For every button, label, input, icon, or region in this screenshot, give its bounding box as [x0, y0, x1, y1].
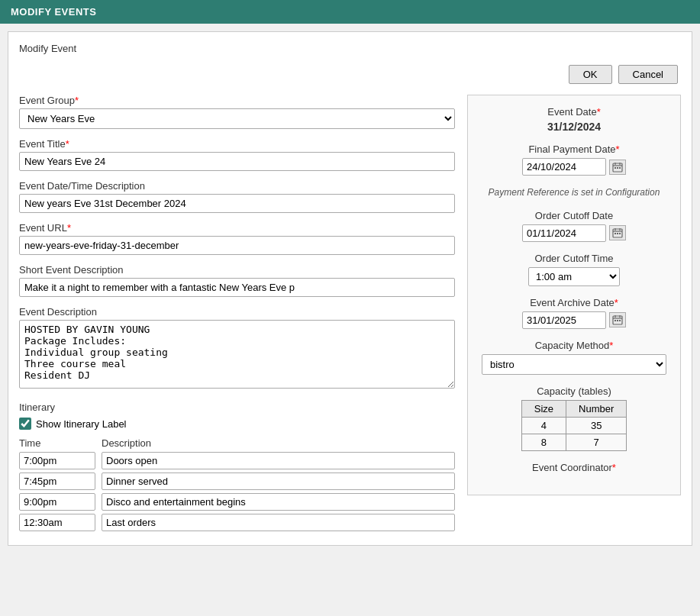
- header-title: MODIFY EVENTS: [11, 6, 96, 18]
- order-cutoff-date-input-row: [482, 224, 666, 242]
- final-payment-label: Final Payment Date*: [482, 144, 666, 155]
- show-itinerary-checkbox[interactable]: [19, 418, 31, 430]
- event-desc-label: Event Description: [19, 306, 455, 318]
- capacity-number-0: 35: [566, 417, 627, 434]
- itinerary-row-0: [19, 452, 455, 469]
- order-cutoff-date-group: Order Cutoff Date: [482, 210, 666, 242]
- itinerary-time-3[interactable]: [19, 514, 95, 531]
- short-desc-group: Short Event Description: [19, 264, 455, 297]
- itinerary-time-1[interactable]: [19, 472, 95, 490]
- cancel-button[interactable]: Cancel: [618, 65, 678, 84]
- main-container: Modify Event OK Cancel Event Group* New …: [8, 31, 692, 546]
- payment-ref-note: Payment Reference is set in Configuratio…: [482, 186, 666, 199]
- order-cutoff-time-group: Order Cutoff Time 12:00 am 1:00 am 2:00 …: [482, 253, 666, 286]
- itinerary-time-0[interactable]: [19, 452, 95, 469]
- itinerary-section: Itinerary Show Itinerary Label Time Desc…: [19, 402, 455, 531]
- capacity-tables-group: Capacity (tables) Size Number 4 35: [482, 385, 666, 451]
- archive-calendar-icon[interactable]: [609, 312, 626, 327]
- event-group-label: Event Group*: [19, 95, 455, 106]
- itinerary-header-row: Time Description: [19, 437, 455, 449]
- event-date-group: Event Date* 31/12/2024: [482, 106, 666, 133]
- capacity-method-select[interactable]: bistro standard theatre: [482, 354, 666, 375]
- capacity-row-0: 4 35: [521, 417, 627, 434]
- order-cutoff-date-label: Order Cutoff Date: [482, 210, 666, 221]
- event-datetime-input[interactable]: [19, 194, 455, 213]
- archive-date-group: Event Archive Date*: [482, 297, 666, 329]
- itinerary-label: Itinerary: [19, 402, 455, 413]
- archive-date-input[interactable]: [522, 311, 606, 329]
- itinerary-row-1: [19, 472, 455, 490]
- main-layout: Event Group* New Years Eve Christmas Hal…: [19, 95, 681, 534]
- event-desc-textarea[interactable]: HOSTED BY GAVIN YOUNG Package Includes: …: [19, 320, 455, 389]
- section-title: Modify Event: [19, 43, 681, 54]
- itinerary-time-2[interactable]: [19, 493, 95, 511]
- itinerary-time-header: Time: [19, 437, 95, 449]
- event-title-group: Event Title*: [19, 138, 455, 171]
- capacity-method-group: Capacity Method* bistro standard theatre: [482, 340, 666, 375]
- event-group-group: Event Group* New Years Eve Christmas Hal…: [19, 95, 455, 129]
- final-payment-calendar-icon[interactable]: [609, 160, 626, 175]
- final-payment-input-row: [482, 158, 666, 176]
- event-url-input[interactable]: [19, 236, 455, 255]
- event-url-group: Event URL*: [19, 222, 455, 255]
- capacity-table: Size Number 4 35 8 7: [521, 400, 627, 451]
- final-payment-group: Final Payment Date*: [482, 144, 666, 176]
- event-group-select[interactable]: New Years Eve Christmas Halloween Easter: [19, 108, 455, 129]
- event-datetime-label: Event Date/Time Description: [19, 180, 455, 192]
- itinerary-desc-2[interactable]: [102, 493, 455, 511]
- page-header: MODIFY EVENTS: [0, 0, 700, 24]
- order-cutoff-time-select[interactable]: 12:00 am 1:00 am 2:00 am 3:00 am 6:00 am…: [528, 267, 620, 286]
- capacity-size-0: 4: [521, 417, 566, 434]
- event-datetime-group: Event Date/Time Description: [19, 180, 455, 213]
- itinerary-desc-header: Description: [102, 437, 455, 449]
- order-cutoff-date-input[interactable]: [522, 224, 606, 242]
- svg-rect-19: [617, 320, 618, 321]
- svg-rect-5: [617, 167, 618, 169]
- event-title-label: Event Title*: [19, 138, 455, 150]
- capacity-tables-label: Capacity (tables): [482, 385, 666, 397]
- svg-rect-11: [615, 233, 616, 234]
- order-cutoff-time-label: Order Cutoff Time: [482, 253, 666, 264]
- final-payment-input[interactable]: [522, 158, 606, 176]
- left-panel: Event Group* New Years Eve Christmas Hal…: [19, 95, 455, 534]
- event-date-value: 31/12/2024: [482, 121, 666, 133]
- coordinator-group: Event Coordinator*: [482, 462, 666, 473]
- itinerary-desc-3[interactable]: [102, 514, 455, 531]
- svg-rect-20: [619, 320, 621, 321]
- svg-rect-13: [619, 233, 621, 234]
- show-itinerary-text: Show Itinerary Label: [36, 418, 127, 430]
- capacity-row-1: 8 7: [521, 434, 627, 450]
- ok-cancel-row: OK Cancel: [19, 65, 681, 84]
- short-desc-input[interactable]: [19, 278, 455, 297]
- itinerary-row-3: [19, 514, 455, 531]
- itinerary-desc-0[interactable]: [102, 452, 455, 469]
- svg-rect-12: [617, 233, 618, 234]
- itinerary-row-2: [19, 493, 455, 511]
- right-panel: Event Date* 31/12/2024 Final Payment Dat…: [467, 95, 681, 495]
- show-itinerary-row: Show Itinerary Label: [19, 418, 455, 430]
- capacity-number-header: Number: [566, 400, 627, 417]
- itinerary-desc-1[interactable]: [102, 472, 455, 490]
- svg-rect-6: [619, 167, 621, 169]
- short-desc-label: Short Event Description: [19, 264, 455, 276]
- archive-date-label: Event Archive Date*: [482, 297, 666, 308]
- archive-date-input-row: [482, 311, 666, 329]
- ok-button[interactable]: OK: [569, 65, 612, 84]
- event-date-label: Event Date*: [482, 106, 666, 118]
- coordinator-label: Event Coordinator*: [482, 462, 666, 473]
- order-cutoff-calendar-icon[interactable]: [609, 225, 626, 240]
- svg-rect-18: [615, 320, 616, 321]
- capacity-number-1: 7: [566, 434, 627, 450]
- svg-rect-4: [615, 167, 616, 169]
- event-desc-group: Event Description HOSTED BY GAVIN YOUNG …: [19, 306, 455, 391]
- event-url-label: Event URL*: [19, 222, 455, 234]
- capacity-size-1: 8: [521, 434, 566, 450]
- event-title-input[interactable]: [19, 152, 455, 171]
- capacity-method-label: Capacity Method*: [482, 340, 666, 351]
- capacity-size-header: Size: [521, 400, 566, 417]
